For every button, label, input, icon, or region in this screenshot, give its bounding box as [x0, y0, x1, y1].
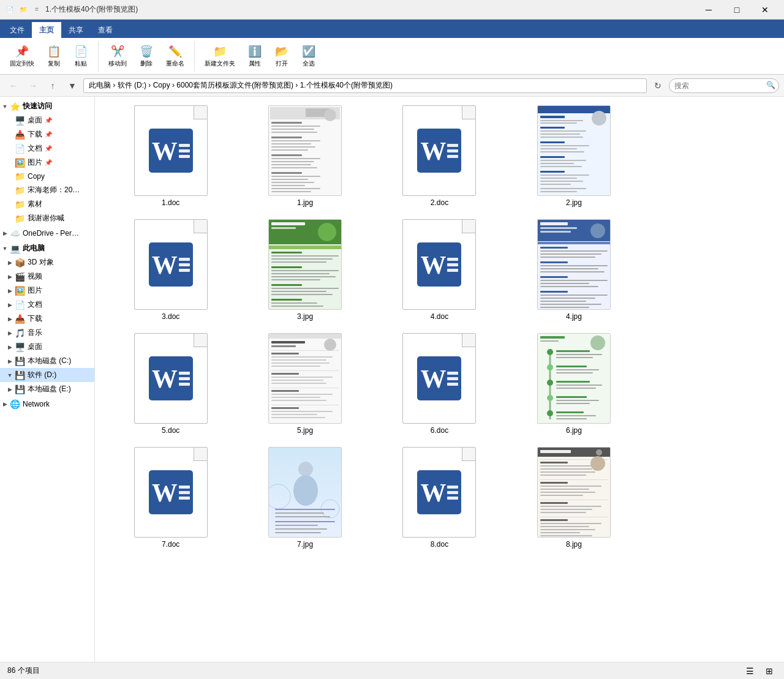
sidebar-item-drive-d[interactable]: ▼ 💾 软件 (D:)	[0, 368, 94, 382]
file-item-3doc[interactable]: W 3.doc	[105, 216, 236, 324]
select-button[interactable]: ☑️ 全选	[296, 43, 321, 69]
address-input[interactable]	[83, 78, 647, 93]
refresh-button[interactable]: ↻	[649, 77, 666, 94]
back-button[interactable]: ←	[5, 77, 22, 94]
title-bar-controls: ─ □ ✕	[695, 0, 779, 20]
file-item-5doc[interactable]: W 5.doc	[105, 329, 236, 438]
file-item-7doc[interactable]: W 7.doc	[105, 443, 236, 552]
open-button[interactable]: 📂 打开	[270, 43, 294, 69]
chevron-right-icon: ▶	[5, 358, 15, 364]
svg-rect-20	[271, 182, 314, 183]
sidebar-onedrive-header[interactable]: ▶ ☁️ OneDrive - Persona…	[0, 227, 94, 240]
file-item-2doc[interactable]: W 2.doc	[374, 102, 505, 211]
close-button[interactable]: ✕	[751, 0, 779, 20]
file-item-8doc[interactable]: W 8.doc	[374, 443, 505, 552]
tab-home[interactable]: 主页	[32, 22, 61, 38]
sidebar-item-thanks[interactable]: 📁 我谢谢你喊	[0, 211, 94, 225]
sidebar-item-material[interactable]: 📁 素材	[0, 197, 94, 211]
file-item-4jpg[interactable]: 4.jpg	[508, 216, 639, 324]
drive-icon: 💾	[15, 356, 25, 366]
paste-icon: 📄	[74, 45, 88, 58]
delete-button[interactable]: 🗑️ 删除	[134, 43, 159, 69]
sidebar-item-downloads2[interactable]: ▶ 📥 下载	[0, 312, 94, 326]
sidebar-item-copy[interactable]: 📁 Copy	[0, 170, 94, 183]
sidebar: ▼ ⭐ 快速访问 🖥️ 桌面 📌 📥 下载 📌 📄 文档 📌	[0, 97, 95, 662]
tab-file[interactable]: 文件	[2, 22, 32, 38]
pin-button[interactable]: 📌 固定到快	[5, 43, 39, 69]
svg-rect-129	[556, 354, 602, 355]
sidebar-item-drive-c[interactable]: ▶ 💾 本地磁盘 (C:)	[0, 354, 94, 368]
word-w-letter: W	[152, 480, 178, 506]
svg-rect-21	[271, 185, 305, 186]
svg-rect-83	[540, 261, 568, 263]
file-item-7jpg[interactable]: 7.jpg	[239, 443, 371, 552]
svg-rect-85	[540, 268, 598, 269]
sidebar-item-desktop2[interactable]: ▶ 🖥️ 桌面	[0, 340, 94, 354]
svg-rect-61	[271, 270, 339, 271]
paste-button[interactable]: 📄 粘贴	[69, 43, 93, 69]
chevron-down-icon: ▼	[0, 103, 10, 110]
svg-rect-144	[556, 411, 584, 413]
sidebar-item-song[interactable]: 📁 宋海老师：2022专…	[0, 183, 94, 197]
file-item-4doc[interactable]: W 4.doc	[374, 216, 505, 324]
sidebar-item-music[interactable]: ▶ 🎵 音乐	[0, 326, 94, 340]
folder-icon: 📁	[15, 214, 25, 223]
up-button[interactable]: ↑	[44, 77, 61, 94]
ribbon-tabs: 文件 主页 共享 查看	[0, 20, 784, 38]
rename-button[interactable]: ✏️ 重命名	[161, 43, 189, 69]
properties-icon: ℹ️	[248, 45, 262, 58]
sidebar-item-pictures2[interactable]: ▶ 🖼️ 图片	[0, 283, 94, 298]
forward-button[interactable]: →	[24, 77, 42, 94]
word-line-1	[179, 372, 190, 375]
tab-view[interactable]: 查看	[91, 22, 120, 38]
search-input[interactable]	[669, 78, 779, 93]
sidebar-item-pictures[interactable]: 🖼️ 图片 📌	[0, 156, 94, 170]
delete-icon: 🗑️	[140, 45, 153, 58]
recent-button[interactable]: ▼	[64, 77, 81, 94]
sidebar-item-videos[interactable]: ▶ 🎬 视频	[0, 269, 94, 283]
file-item-6doc[interactable]: W 6.doc	[374, 329, 505, 438]
newfolder-label: 新建文件夹	[205, 59, 235, 68]
file-item-2jpg[interactable]: 2.jpg	[508, 102, 639, 211]
sidebar-item-documents2[interactable]: ▶ 📄 文档	[0, 298, 94, 312]
file-item-8jpg[interactable]: 8.jpg	[508, 443, 639, 552]
word-line-2	[179, 263, 190, 266]
file-item-3jpg[interactable]: 3.jpg	[239, 216, 371, 324]
sidebar-item-downloads[interactable]: 📥 下载 📌	[0, 127, 94, 141]
svg-rect-146	[556, 418, 587, 419]
file-item-5jpg[interactable]: 5.jpg	[239, 329, 371, 438]
maximize-button[interactable]: □	[723, 0, 751, 20]
sidebar-item-3dobjects[interactable]: ▶ 📦 3D 对象	[0, 255, 94, 269]
copy-button[interactable]: 📋 复制	[42, 43, 66, 69]
svg-point-135	[547, 380, 553, 386]
svg-rect-186	[540, 529, 595, 530]
properties-button[interactable]: ℹ️ 属性	[243, 43, 267, 69]
sidebar-desktop2-label: 桌面	[28, 342, 42, 352]
svg-rect-130	[556, 357, 593, 358]
svg-rect-87	[540, 276, 568, 278]
pin-indicator: 📌	[45, 145, 52, 152]
file-item-1jpg[interactable]: 1.jpg	[239, 102, 371, 211]
svg-rect-17	[271, 172, 302, 174]
jpg-preview-5	[269, 334, 341, 423]
newfolder-button[interactable]: 📁 新建文件夹	[200, 43, 240, 69]
doc-bg: W	[402, 333, 476, 424]
open-icon: 📂	[275, 45, 288, 58]
sidebar-item-desktop[interactable]: 🖥️ 桌面 📌	[0, 113, 94, 127]
sidebar-item-documents[interactable]: 📄 文档 📌	[0, 141, 94, 156]
sidebar-network-header[interactable]: ▶ 🌐 Network	[0, 397, 94, 411]
jpg-preview-8	[538, 448, 610, 537]
tab-share[interactable]: 共享	[61, 22, 91, 38]
word-line-3	[447, 269, 458, 272]
sidebar-music-label: 音乐	[28, 328, 42, 338]
list-view-button[interactable]: ☰	[742, 664, 757, 678]
sidebar-thispc-header[interactable]: ▼ 💻 此电脑	[0, 241, 94, 255]
grid-view-button[interactable]: ⊞	[762, 664, 777, 678]
file-item-1doc[interactable]: W 1.doc	[105, 102, 236, 211]
move-button[interactable]: ✂️ 移动到	[104, 43, 132, 69]
minimize-button[interactable]: ─	[695, 0, 723, 20]
svg-rect-104	[271, 359, 326, 361]
sidebar-item-drive-e[interactable]: ▶ 💾 本地磁盘 (E:)	[0, 382, 94, 396]
file-item-6jpg[interactable]: 6.jpg	[508, 329, 639, 438]
sidebar-quickaccess-header[interactable]: ▼ ⭐ 快速访问	[0, 99, 94, 113]
